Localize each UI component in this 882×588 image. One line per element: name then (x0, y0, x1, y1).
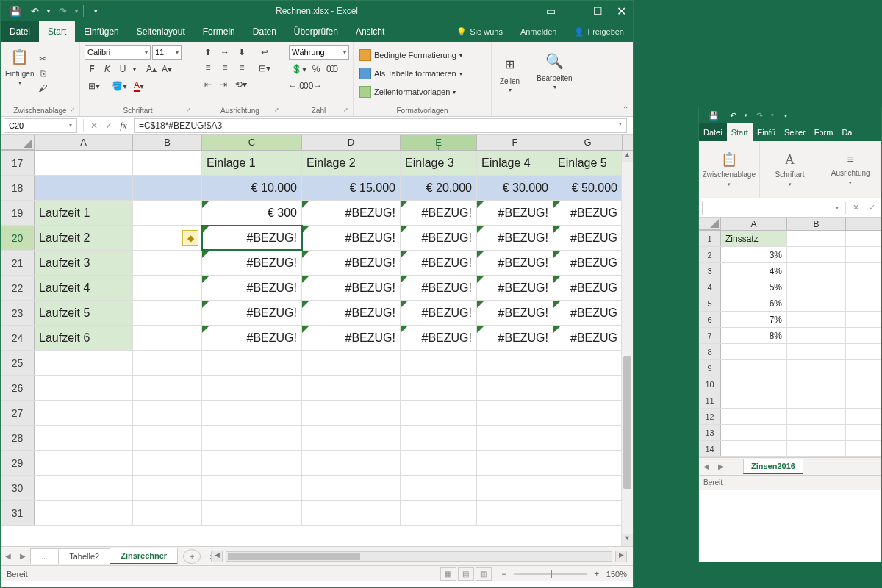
row-header[interactable]: 18 (1, 176, 35, 200)
cell[interactable] (133, 176, 202, 200)
clipboard-icon[interactable]: 📋 (721, 151, 737, 168)
cell[interactable]: #BEZUG! (302, 301, 401, 325)
name-box-2[interactable]: ▾ (702, 201, 842, 215)
vertical-scrollbar[interactable]: ▲ ▼ (621, 151, 633, 546)
cell[interactable]: € 30.000 (477, 176, 553, 200)
cell[interactable] (133, 276, 202, 300)
undo-icon[interactable]: ↶ (26, 3, 43, 19)
sheet-nav-next-icon[interactable]: ▶ (15, 552, 30, 560)
underline-dropdown-icon[interactable]: ▾ (131, 62, 138, 76)
row-header[interactable]: 29 (1, 451, 35, 475)
normal-view-icon[interactable]: ▦ (440, 567, 456, 581)
grow-font-icon[interactable]: A▴ (144, 62, 159, 76)
orientation-icon[interactable]: ⟲▾ (232, 77, 251, 92)
row-header[interactable]: 25 (1, 351, 35, 375)
hscroll-thumb[interactable] (228, 553, 360, 560)
cell-styles-button[interactable]: Zellenformatvorlagen▾ (358, 83, 487, 101)
enter-formula-icon-2[interactable]: ✓ (865, 201, 878, 215)
cell[interactable]: #BEZUG! (202, 276, 302, 300)
sheet-tab-zinsrechner[interactable]: Zinsrechner (110, 548, 178, 564)
number-format-combo[interactable]: Währung▾ (289, 45, 349, 60)
ribbon-display-icon[interactable]: ▭ (539, 1, 562, 21)
align-middle-icon[interactable]: ↔ (218, 45, 232, 60)
sheet-nav-prev-icon[interactable]: ◀ (1, 552, 15, 560)
conditional-formatting-button[interactable]: Bedingte Formatierung▾ (358, 46, 487, 64)
undo-dropdown-icon[interactable]: ▾ (743, 107, 749, 123)
col-header-B-2[interactable]: B (787, 218, 846, 230)
sheet-nav-next-icon-2[interactable]: ▶ (714, 462, 728, 470)
close-icon[interactable]: ✕ (609, 1, 633, 21)
tab-review[interactable]: Überprüfen (285, 21, 347, 42)
cell[interactable]: #BEZUG! (302, 226, 401, 250)
minimize-icon[interactable]: — (562, 1, 586, 21)
select-all-corner-2[interactable] (699, 218, 721, 230)
paste-button[interactable]: 📋 Einfügen ▾ (5, 45, 34, 102)
clipboard-launcher-icon[interactable]: ⤢ (70, 107, 77, 114)
sign-in[interactable]: Anmelden (512, 21, 566, 42)
formula-input[interactable]: =C$18*#BEZUG!$A3▾ (134, 118, 627, 133)
cell[interactable]: #BEZUG! (477, 301, 553, 325)
cell[interactable]: € 300 (202, 201, 302, 225)
number-launcher-icon[interactable]: ⤢ (343, 107, 351, 114)
merge-center-icon[interactable]: ⊟▾ (254, 61, 276, 76)
cell[interactable]: #BEZUG! (477, 226, 553, 250)
cell[interactable]: #BEZUG (553, 226, 623, 250)
cell[interactable] (133, 201, 202, 225)
row-header[interactable]: 7 (699, 328, 721, 343)
tab-start[interactable]: Start (39, 21, 75, 42)
align-icon[interactable]: ≡ (847, 153, 854, 166)
cell[interactable]: € 15.000 (302, 176, 401, 200)
align-center-icon[interactable]: ≡ (218, 60, 232, 75)
cell[interactable]: #BEZUG (553, 276, 623, 300)
decrease-decimal-icon[interactable]: .00→ (304, 79, 319, 93)
percent-format-icon[interactable]: % (309, 62, 323, 76)
save-icon[interactable]: 💾 (705, 107, 723, 123)
tab-file-2[interactable]: Datei (699, 123, 727, 141)
tab-view[interactable]: Ansicht (347, 21, 393, 42)
row-header[interactable]: 14 (699, 441, 721, 456)
row-header[interactable]: 24 (1, 326, 35, 350)
row-header[interactable]: 21 (1, 251, 35, 275)
row-header[interactable]: 4 (699, 279, 721, 295)
scroll-left-icon[interactable]: ◀ (211, 551, 223, 562)
select-all-corner[interactable] (1, 135, 35, 150)
cell[interactable]: Zinssatz (721, 231, 787, 246)
add-sheet-icon[interactable]: + (183, 549, 201, 564)
cell[interactable]: Laufzeit 6 (35, 326, 133, 350)
cell[interactable]: 4% (721, 263, 787, 279)
redo-dropdown-icon[interactable]: ▾ (73, 3, 80, 19)
cell[interactable]: 5% (721, 279, 787, 295)
cell[interactable]: #BEZUG! (477, 251, 553, 275)
enter-formula-icon[interactable]: ✓ (101, 118, 116, 133)
tab-insert-2[interactable]: Einfü (753, 123, 780, 141)
tab-pagelayout[interactable]: Seitenlayout (128, 21, 194, 42)
scroll-right-icon[interactable]: ▶ (615, 551, 627, 562)
cell[interactable]: Einlage 2 (302, 151, 401, 175)
redo-icon[interactable]: ↷ (750, 107, 768, 123)
italic-button[interactable]: K (100, 62, 115, 76)
redo-dropdown-icon[interactable]: ▾ (770, 107, 775, 123)
page-layout-view-icon[interactable]: ▤ (458, 567, 474, 581)
font-color-button[interactable]: A▾ (129, 79, 148, 93)
cell[interactable]: #BEZUG! (302, 326, 401, 350)
font-size-combo[interactable]: 11▾ (152, 45, 182, 60)
col-header-A[interactable]: A (35, 135, 133, 150)
cell-active[interactable]: #BEZUG! (202, 226, 302, 250)
col-header-B[interactable]: B (133, 135, 202, 150)
align-bottom-icon[interactable]: ⬇ (234, 45, 249, 60)
row-header[interactable]: 3 (699, 263, 721, 279)
cell[interactable]: #BEZUG! (477, 276, 553, 300)
cancel-formula-icon-2[interactable]: ✕ (849, 201, 862, 215)
undo-icon[interactable]: ↶ (724, 107, 742, 123)
redo-icon[interactable]: ↷ (54, 3, 71, 19)
cell[interactable]: #BEZUG! (302, 201, 401, 225)
fill-color-button[interactable]: 🪣▾ (110, 79, 129, 93)
col-header-E[interactable]: E↓ (401, 135, 477, 150)
font-icon[interactable]: A (785, 152, 795, 168)
increase-indent-icon[interactable]: ⇥ (216, 77, 231, 92)
copy-icon[interactable]: ⎘ (35, 67, 50, 80)
align-launcher-icon[interactable]: ⤢ (274, 107, 282, 114)
row-header[interactable]: 8 (699, 344, 721, 359)
cell[interactable]: #BEZUG! (302, 276, 401, 300)
row-header[interactable]: 12 (699, 409, 721, 424)
